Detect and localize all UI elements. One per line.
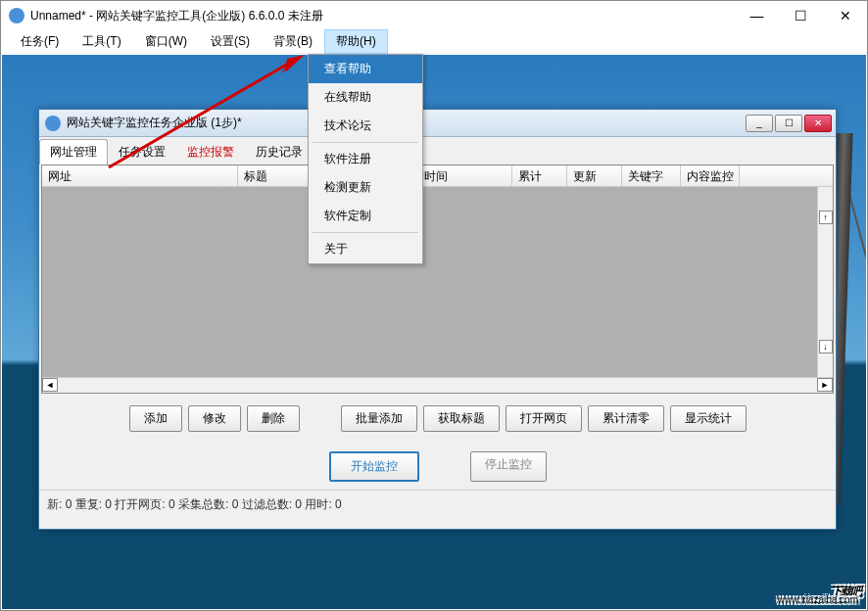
menu-check-update[interactable]: 检测更新 [309,173,422,202]
inner-maximize-button[interactable]: ☐ [775,115,802,132]
menu-background[interactable]: 背景(B) [262,29,324,54]
scroll-left-icon[interactable]: ◄ [42,378,58,392]
grid-vscroll[interactable]: ↑ ↓ [817,187,833,377]
scroll-right-icon[interactable]: ► [817,378,833,392]
get-title-button[interactable]: 获取标题 [423,405,500,432]
col-url[interactable]: 网址 [42,165,238,186]
menu-online-help[interactable]: 在线帮助 [309,83,422,112]
url-grid: 网址 标题 区 更新时间 累计 更新 关键字 内容监控 ↑ ↓ ◄ ► [41,164,834,394]
menu-settings[interactable]: 设置(S) [199,29,262,54]
inner-window-controls: _ ☐ ✕ [746,115,836,132]
batch-add-button[interactable]: 批量添加 [341,405,417,432]
inner-app-icon [45,116,61,131]
menu-tools[interactable]: 工具(T) [71,29,132,54]
menu-task[interactable]: 任务(F) [9,29,71,54]
minimize-button[interactable]: — [735,2,779,29]
open-page-button[interactable]: 打开网页 [506,405,582,432]
inner-window: 网站关键字监控任务企业版 (1步)* _ ☐ ✕ 网址管理 任务设置 监控报警 … [38,109,837,530]
statusbar: 新: 0 重复: 0 打开网页: 0 采集总数: 0 过滤总数: 0 用时: 0 [39,490,836,519]
menu-about[interactable]: 关于 [309,235,422,263]
window-title: Unnamed* - 网站关键字监控工具(企业版) 6.6.0.0 未注册 [30,8,735,24]
col-cumulative[interactable]: 累计 [512,165,567,186]
menu-separator [313,232,418,233]
scroll-up-icon[interactable]: ↑ [819,211,833,224]
menubar: 任务(F) 工具(T) 窗口(W) 设置(S) 背景(B) 帮助(H) [1,30,867,54]
delete-button[interactable]: 删除 [247,405,300,432]
menu-separator [313,142,418,143]
col-content-monitor[interactable]: 内容监控 [681,165,740,186]
help-dropdown: 查看帮助 在线帮助 技术论坛 软件注册 检测更新 软件定制 关于 [308,54,423,264]
watermark-url: www.xiazaiba.com [778,594,858,605]
tab-url-manage[interactable]: 网址管理 [39,139,108,164]
menu-view-help[interactable]: 查看帮助 [309,55,422,83]
titlebar: Unnamed* - 网站关键字监控工具(企业版) 6.6.0.0 未注册 — … [1,1,867,30]
menu-tech-forum[interactable]: 技术论坛 [309,112,422,140]
window-controls: — ☐ ✕ [735,2,867,29]
inner-minimize-button[interactable]: _ [746,115,773,132]
maximize-button[interactable]: ☐ [779,2,823,29]
button-row-2: 开始监控 停止监控 [39,440,836,490]
main-window: Unnamed* - 网站关键字监控工具(企业版) 6.6.0.0 未注册 — … [0,0,868,611]
col-keyword[interactable]: 关键字 [622,165,681,186]
stop-monitor-button[interactable]: 停止监控 [470,451,547,482]
scroll-down-icon[interactable]: ↓ [819,340,833,353]
menu-window[interactable]: 窗口(W) [133,29,199,54]
button-row-1: 添加 修改 删除 批量添加 获取标题 打开网页 累计清零 显示统计 [39,394,836,440]
desktop-area: 网站关键字监控任务企业版 (1步)* _ ☐ ✕ 网址管理 任务设置 监控报警 … [2,55,866,609]
watermark: 下载吧 www.xiazaiba.com [831,567,860,603]
tab-task-settings[interactable]: 任务设置 [108,139,176,164]
menu-register[interactable]: 软件注册 [309,145,422,173]
app-icon [9,8,24,24]
add-button[interactable]: 添加 [129,405,182,432]
tab-history[interactable]: 历史记录 [245,139,313,164]
col-update[interactable]: 更新 [567,165,622,186]
close-button[interactable]: ✕ [823,2,867,29]
tab-monitor-alarm[interactable]: 监控报警 [176,139,245,164]
reset-count-button[interactable]: 累计清零 [588,405,664,432]
menu-help[interactable]: 帮助(H) [324,29,388,54]
inner-close-button[interactable]: ✕ [804,115,832,132]
grid-header: 网址 标题 区 更新时间 累计 更新 关键字 内容监控 [42,165,833,187]
inner-tabs: 网址管理 任务设置 监控报警 历史记录 [39,139,836,164]
start-monitor-button[interactable]: 开始监控 [329,451,419,482]
inner-titlebar: 网站关键字监控任务企业版 (1步)* _ ☐ ✕ [39,110,836,137]
modify-button[interactable]: 修改 [188,405,241,432]
menu-customize[interactable]: 软件定制 [309,202,422,230]
grid-hscroll[interactable]: ◄ ► [42,377,833,393]
grid-body [42,187,817,377]
show-stats-button[interactable]: 显示统计 [670,405,747,432]
